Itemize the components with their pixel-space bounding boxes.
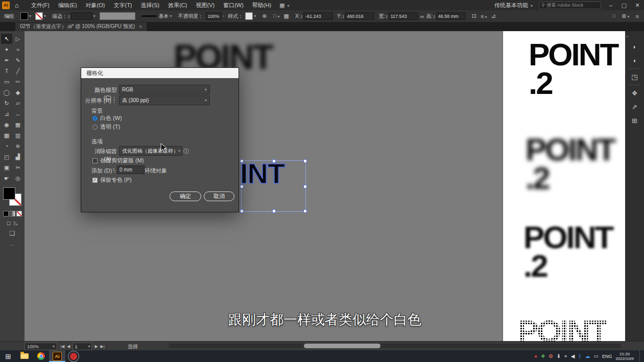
menu-item-window[interactable]: 窗口(W) xyxy=(223,2,244,9)
symbol-sprayer-tool[interactable]: ◰ xyxy=(1,152,12,162)
height-stepper[interactable]: ▴▾ xyxy=(434,14,435,18)
pinwheel-tray-icon[interactable]: ✿ xyxy=(548,354,553,359)
menu-item-file[interactable]: 文件(F) xyxy=(31,2,50,9)
stroke-chevron-icon[interactable]: ▾ xyxy=(44,14,46,18)
artboards-panel-icon[interactable]: ⊞ xyxy=(628,114,641,127)
y-stepper[interactable]: ▴▾ xyxy=(343,14,344,18)
shape-builder-tool[interactable]: ◉ xyxy=(1,119,12,130)
artboard-number-select[interactable]: 1 ▾ xyxy=(73,343,92,350)
eyedropper-tool[interactable]: ◔ xyxy=(1,141,12,151)
width-input[interactable]: 117.543 xyxy=(389,12,418,20)
height-input[interactable]: 46.58 mm xyxy=(436,12,466,20)
menu-item-select[interactable]: 选择(S) xyxy=(141,2,160,9)
stroke-weight-select[interactable] xyxy=(71,12,92,20)
free-transform-icon[interactable]: ⊡ xyxy=(472,13,476,19)
prev-artboard-icon[interactable]: ◀ xyxy=(67,344,70,349)
panel-list-icon[interactable]: ≣▾ xyxy=(622,13,629,19)
gradient-tool[interactable]: ▥ xyxy=(12,130,23,140)
width-stepper[interactable]: ▴▾ xyxy=(386,14,388,18)
chrome-icon[interactable] xyxy=(33,350,49,362)
scrollbar-thumb[interactable] xyxy=(304,344,380,348)
clip-mask-checkbox[interactable]: 创建剪切蒙版 (M) xyxy=(92,157,144,164)
menu-item-view[interactable]: 视图(V) xyxy=(196,2,214,9)
selection-handle[interactable] xyxy=(272,209,276,213)
home-icon[interactable]: ⌂ xyxy=(15,2,19,9)
selection-handle[interactable] xyxy=(303,159,307,163)
arrange-documents-icon[interactable]: ▦ xyxy=(284,13,289,19)
artboard[interactable]: POINT .2 POINT .2 POINT .2 POINT xyxy=(503,31,625,341)
draw-normal-icon[interactable]: ◻ xyxy=(7,220,11,226)
recolor-artwork-icon[interactable]: ⊕ xyxy=(262,13,267,19)
workspace-switcher[interactable]: 传统基本功能 ▾ xyxy=(494,2,533,9)
free-transform-tool[interactable]: ▱ xyxy=(12,98,23,108)
libraries-panel-icon[interactable]: ◗ xyxy=(628,40,641,53)
mesh-tool[interactable]: ▩ xyxy=(1,130,12,140)
close-button[interactable]: ✕ xyxy=(634,2,641,9)
blend-tool[interactable]: ≋ xyxy=(12,141,23,151)
add-input[interactable]: 0 mm xyxy=(117,165,145,174)
ok-button[interactable]: 确定 xyxy=(170,191,201,201)
antialias-select[interactable]: 优化图稿（超像素取样） ▾ xyxy=(119,146,182,156)
expand-panels-icon[interactable]: « xyxy=(626,34,628,39)
color-model-select[interactable]: RGB ▾ xyxy=(119,85,210,94)
selection-handle[interactable] xyxy=(240,209,244,213)
stroke-weight-stepper[interactable]: ▴▾ xyxy=(68,14,70,18)
paintbrush-tool[interactable]: ✏ xyxy=(12,77,23,87)
toolbar-more-icon[interactable]: … xyxy=(10,241,15,247)
bluetooth-tray-icon[interactable]: ᛒ xyxy=(578,354,581,359)
selection-tool[interactable]: ↖ xyxy=(1,34,12,44)
style-swatch[interactable] xyxy=(245,12,253,20)
selected-text-object[interactable]: INT xyxy=(240,157,284,190)
network-tray-icon[interactable]: ▭ xyxy=(593,354,598,359)
x-input[interactable]: -61.243 xyxy=(303,12,333,20)
volume-tray-icon[interactable]: ◀ xyxy=(571,354,575,359)
properties-panel-icon[interactable]: ◳ xyxy=(628,70,641,83)
fill-chevron-icon[interactable]: ▾ xyxy=(29,14,31,18)
mic-tray-icon[interactable]: ⬇ xyxy=(557,354,561,359)
antivirus-tray-icon[interactable]: ✚ xyxy=(541,354,545,359)
fill-color-swatch[interactable] xyxy=(20,12,28,20)
selection-handle[interactable] xyxy=(272,159,276,163)
layout-switcher-icon[interactable]: ▦ ▾ xyxy=(279,2,289,9)
pen-input-tray-icon[interactable]: ⌖ xyxy=(564,354,567,359)
direct-selection-tool[interactable]: ▷ xyxy=(12,34,23,44)
color-mode-icon[interactable] xyxy=(3,211,9,216)
style-chevron-icon[interactable]: ▾ xyxy=(254,14,256,18)
resolution-select[interactable]: 高 (300 ppi) ▾ xyxy=(119,95,210,105)
background-transparent-radio[interactable]: 透明 (T) xyxy=(92,123,120,131)
minimize-button[interactable]: – xyxy=(607,2,614,8)
line-segment-tool[interactable]: ╱ xyxy=(12,66,23,76)
y-input[interactable]: 460.016 xyxy=(345,12,374,20)
lasso-tool[interactable]: ≈ xyxy=(12,44,23,55)
slice-tool[interactable]: ✂ xyxy=(12,162,23,173)
first-artboard-icon[interactable]: |◀ xyxy=(60,344,64,349)
illustrator-taskbar-icon[interactable]: Ai xyxy=(49,350,65,362)
brush-name[interactable]: 基本 xyxy=(159,13,169,20)
restore-button[interactable]: ▢ xyxy=(621,2,628,9)
show-desktop-button[interactable] xyxy=(639,350,642,362)
screen-recorder-icon[interactable] xyxy=(65,350,82,362)
add-stepper[interactable]: ▴▾ xyxy=(113,167,114,171)
magic-wand-tool[interactable]: ✦ xyxy=(1,44,12,55)
hand-tool[interactable]: ☛ xyxy=(1,173,12,183)
horizontal-scrollbar[interactable] xyxy=(169,344,621,348)
menu-item-type[interactable]: 文字(T) xyxy=(113,2,132,9)
search-input[interactable]: ⚲ 搜索 Adobe Stock xyxy=(539,2,601,9)
selection-handle[interactable] xyxy=(303,185,307,188)
none-mode-icon[interactable] xyxy=(16,211,22,216)
width-tool[interactable]: ↔ xyxy=(12,109,23,119)
cloud-sync-tray-icon[interactable]: ☁ xyxy=(585,354,590,359)
width-profile-select[interactable] xyxy=(100,12,135,20)
eraser-tool[interactable]: ◆ xyxy=(12,87,23,98)
column-graph-tool[interactable]: ▟ xyxy=(12,152,23,162)
menu-item-effect[interactable]: 效果(C) xyxy=(168,2,187,9)
screen-mode-icon[interactable]: ❏ xyxy=(10,230,15,237)
layers-panel-icon[interactable]: ❖ xyxy=(628,87,641,99)
selection-handle[interactable] xyxy=(303,209,307,213)
rotate-tool[interactable]: ↻ xyxy=(1,98,12,108)
selection-handle[interactable] xyxy=(240,185,244,188)
menu-item-edit[interactable]: 编辑(E) xyxy=(58,2,77,9)
tab-close-icon[interactable]: × xyxy=(139,24,142,30)
document-tab[interactable]: 02节（渐变波点字）.ai* @ 100% (RGB/GPU 预览) × xyxy=(15,22,147,31)
curvature-tool[interactable]: ✎ xyxy=(12,55,23,65)
